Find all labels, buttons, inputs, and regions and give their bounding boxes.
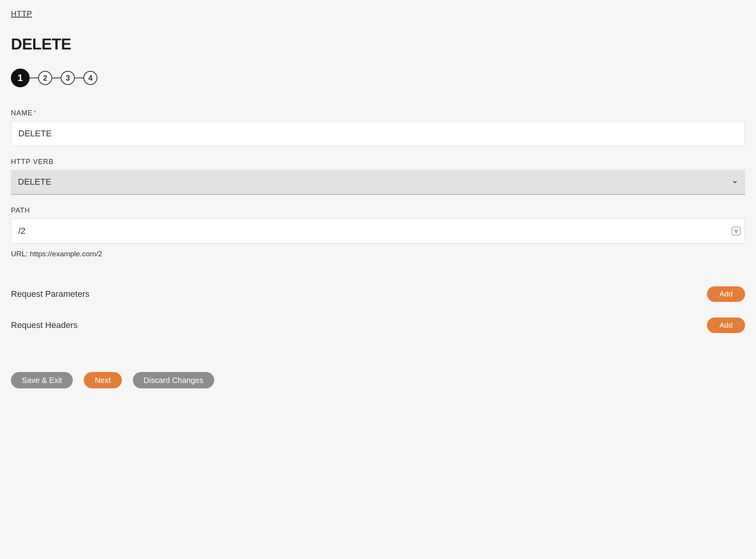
discard-button[interactable]: Discard Changes — [133, 372, 214, 388]
step-connector — [75, 78, 83, 78]
add-parameter-button[interactable]: Add — [707, 286, 745, 302]
next-button[interactable]: Next — [84, 372, 122, 388]
field-name-group: NAME* — [11, 109, 745, 146]
chevron-down-icon — [732, 179, 738, 185]
request-headers-row: Request Headers Add — [11, 317, 745, 333]
name-label: NAME* — [11, 109, 745, 117]
url-hint: URL: https://example.com/2 — [11, 250, 745, 258]
stepper: 1 2 3 4 — [11, 69, 745, 87]
step-1[interactable]: 1 — [11, 69, 30, 87]
request-parameters-title: Request Parameters — [11, 289, 90, 299]
add-header-button[interactable]: Add — [707, 317, 745, 333]
save-exit-button[interactable]: Save & Exit — [11, 372, 73, 388]
required-indicator: * — [33, 109, 37, 117]
path-label: PATH — [11, 206, 745, 215]
step-2[interactable]: 2 — [38, 71, 52, 85]
verb-label: HTTP VERB — [11, 158, 745, 166]
field-verb-group: HTTP VERB DELETE — [11, 158, 745, 195]
step-connector — [52, 78, 61, 78]
step-3[interactable]: 3 — [61, 71, 75, 85]
path-input[interactable] — [11, 219, 745, 243]
variable-icon[interactable]: V — [732, 227, 740, 235]
name-label-text: NAME — [11, 109, 33, 117]
name-input[interactable] — [11, 121, 745, 146]
breadcrumb-http[interactable]: HTTP — [11, 9, 32, 18]
step-4[interactable]: 4 — [83, 71, 97, 85]
request-parameters-row: Request Parameters Add — [11, 286, 745, 302]
page-title: DELETE — [11, 35, 745, 53]
step-connector — [30, 78, 38, 78]
verb-value: DELETE — [18, 177, 51, 187]
verb-select[interactable]: DELETE — [11, 170, 745, 195]
field-path-group: PATH V URL: https://example.com/2 — [11, 206, 745, 258]
request-headers-title: Request Headers — [11, 320, 78, 330]
footer-buttons: Save & Exit Next Discard Changes — [11, 372, 745, 388]
